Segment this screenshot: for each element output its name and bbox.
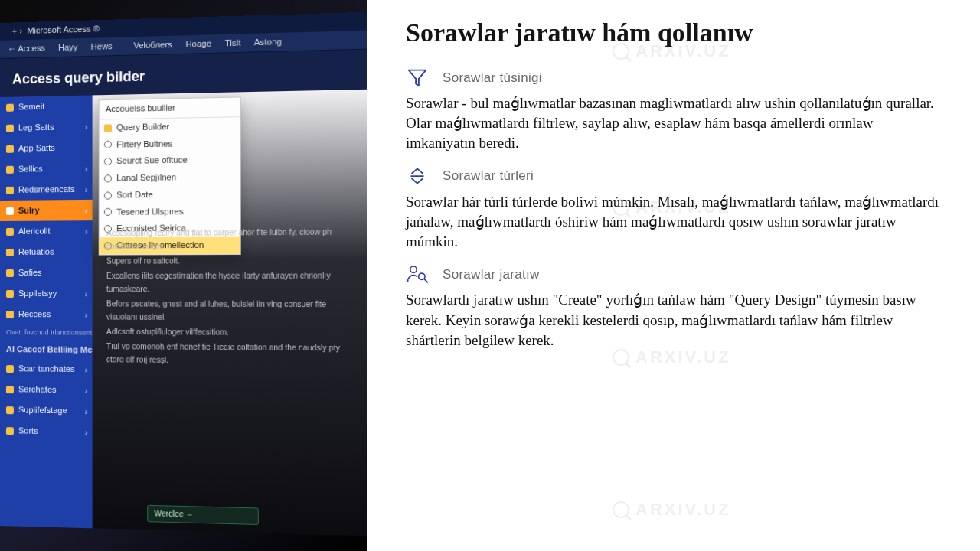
watermark: ARXIV.UZ [612,501,731,518]
app-window: + › Microsoft Access ® ← Access Hayy Hew… [0,11,368,551]
svg-point-1 [410,266,416,272]
section-header: Sorawlar túsinigi [406,66,957,89]
sidebar-item[interactable]: Sellics [0,158,93,180]
sidebar-item[interactable]: Retuatios [0,241,93,262]
slide-content: Sorawlar jaratıw hám qollanıw Sorawlar t… [368,0,980,551]
screenshot-panel: + › Microsoft Access ® ← Access Hayy Hew… [0,0,368,551]
popup-header: Accouelss buuilier [100,98,240,120]
watermark: ARXIV.UZ [612,349,731,366]
sidebar-item[interactable]: Semeit [0,95,93,118]
funnel-icon [406,66,429,89]
background-text-line: Supers olf ro saltcolt. [106,253,357,267]
footer-caption: Werdlee → [147,504,259,525]
section-body: Sorawlardı jaratıw ushın "Create" yorlıǵ… [406,290,942,350]
sidebar-item[interactable]: Scar tanchates [0,358,93,380]
background-text-line: Excallens ilits cegestirration the hysce… [106,269,357,295]
magnifier-icon [612,501,629,518]
sidebar-item[interactable]: Suplifefstage [0,399,93,422]
sidebar-item[interactable]: Leg Satts [0,116,93,139]
background-text-line: Tıul vp comonoh enf honef fie Tıcaıe col… [106,340,357,368]
popup-menu-item[interactable]: Tesened Ulspıres [100,203,240,221]
section-label: Sorawlar jaratıw [443,268,540,281]
ribbon-tab[interactable]: Astong [254,37,282,47]
sidebar-separator: Ovat: fovchod Irlanctionsents [0,324,93,341]
popup-menu-item[interactable]: Sort Date [100,185,240,204]
magnifier-icon [612,199,629,216]
nav-sidebar: SemeitLeg SattsApp SattsSellicsRedsmeenc… [0,95,93,528]
section-body: Sorawlar - bul maǵlıwmatlar bazasınan ma… [406,93,942,154]
background-text-line: Adlcsoft ostupl/luloger vilffecsitiom. [106,325,357,340]
watermark: ARXIV.UZ [612,199,731,216]
popup-menu-item[interactable]: Lanal Sepjılnen [100,168,240,187]
sidebar-group-title: Al Caccof Belliing Mcoaters [0,341,93,359]
section-header: Sorawlar jaratıw [406,262,957,285]
section-header: Sorawlar túrleri [406,165,957,187]
popup-menu-item[interactable]: Query Builder [100,117,240,136]
sidebar-item[interactable]: Serchates [0,379,93,401]
sidebar-item[interactable]: Reccess [0,304,93,325]
ribbon-tab[interactable]: Veloблers [133,40,172,51]
back-button[interactable]: ← Access [8,43,45,53]
background-text-line: Befors pscates, gnest and al luhes, buis… [106,297,357,324]
user-search-icon [406,262,429,285]
background-text-line: Accessopling reclry and tlat to carper a… [106,225,357,253]
sidebar-item[interactable]: Sppiletsyy [0,283,93,304]
section-label: Sorawlar túrleri [443,169,534,182]
watermark: ARXIV.UZ [612,43,731,60]
sidebar-item[interactable]: App Satts [0,137,93,159]
magnifier-icon [612,43,629,60]
svg-line-3 [424,279,427,282]
sidebar-item[interactable]: Alericollt [0,220,93,242]
popup-menu-item[interactable]: Seurct Sue ofituce [100,152,240,171]
magnifier-icon [612,349,629,366]
content-area: Accouelss buuilier Query BuilderFlrtery … [93,90,368,536]
ribbon-tab[interactable]: Hews [91,41,113,51]
sidebar-item[interactable]: Safies [0,262,93,283]
background-text: Accessopling reclry and tlat to carper a… [106,225,357,370]
sidebar-item[interactable]: Sulry [0,200,93,221]
sidebar-item[interactable]: Redsmeencats [0,179,93,201]
section-label: Sorawlar túsinigi [443,71,542,84]
popup-menu-item[interactable]: Flrtery Bultnes [100,134,240,153]
ribbon-tab[interactable]: Hayy [58,42,77,52]
sidebar-item[interactable]: Sorts [0,420,93,442]
ribbon-tab[interactable]: Tislt [225,37,241,47]
sort-icon [406,165,429,187]
ribbon-tab[interactable]: Hoage [185,38,211,48]
